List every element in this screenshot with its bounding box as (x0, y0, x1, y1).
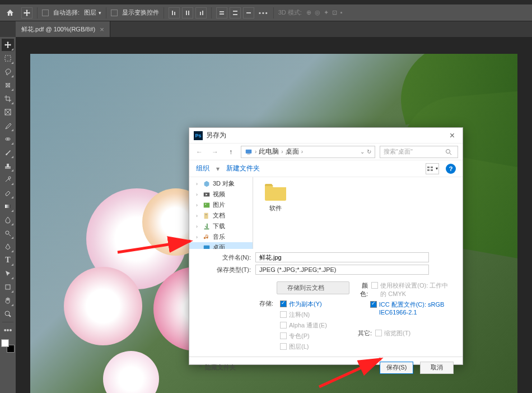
tree-item[interactable]: ›图片 (189, 200, 253, 210)
folder-content[interactable]: 软件 (253, 177, 463, 249)
svg-rect-19 (6, 285, 10, 289)
selection-tool[interactable] (2, 79, 14, 91)
svg-rect-5 (202, 11, 203, 15)
crop-tool[interactable] (2, 93, 14, 105)
tree-item[interactable]: ›文档 (189, 210, 253, 221)
filetype-label: 保存类型(T): (200, 266, 251, 274)
3d-icon: ◎ (315, 9, 320, 16)
close-icon[interactable]: × (446, 131, 458, 141)
layers-label: 图层(L) (289, 343, 309, 351)
breadcrumb[interactable]: › 此电脑 › 桌面 › ⌄ ↻ (241, 146, 375, 158)
svg-rect-8 (233, 11, 237, 12)
up-icon[interactable]: ↑ (225, 146, 236, 158)
distribute-icon[interactable] (216, 7, 227, 19)
shape-tool[interactable] (2, 281, 14, 293)
alpha-label: Alpha 通道(E) (289, 321, 327, 330)
notes-checkbox (280, 311, 287, 318)
search-icon (445, 149, 452, 155)
tree-item[interactable]: 桌面 (189, 242, 253, 249)
tree-item[interactable]: ›下载 (189, 221, 253, 232)
document-tab-title: 鲜花.pdf @ 100%(RGB/8#) (21, 25, 95, 34)
svg-point-30 (205, 204, 206, 205)
hand-tool[interactable] (2, 294, 14, 307)
align-icon[interactable] (195, 7, 207, 19)
foreground-color[interactable] (1, 339, 9, 347)
cancel-button[interactable]: 取消 (420, 362, 454, 374)
frame-tool[interactable] (2, 106, 14, 118)
as-copy-checkbox[interactable] (280, 300, 287, 307)
folder-item[interactable]: 软件 (258, 182, 293, 212)
edit-toolbar-icon[interactable]: ••• (2, 324, 14, 336)
brush-tool[interactable] (2, 146, 14, 159)
folder-icon (264, 182, 287, 202)
breadcrumb-item[interactable]: 此电脑 (259, 147, 279, 156)
organize-button[interactable]: 组织 (196, 164, 209, 173)
stamp-tool[interactable] (2, 160, 14, 172)
new-folder-button[interactable]: 新建文件夹 (226, 164, 260, 173)
save-button[interactable]: 保存(S) (380, 362, 413, 374)
help-icon[interactable]: ? (446, 164, 456, 174)
type-tool[interactable]: T (2, 254, 14, 266)
view-options-button[interactable]: ▾ (426, 163, 439, 174)
svg-rect-31 (204, 212, 208, 219)
pen-tool[interactable] (2, 241, 14, 253)
hide-folders-button[interactable]: ⌃隐藏文件夹 (198, 363, 236, 372)
close-icon[interactable]: × (100, 25, 104, 34)
documents-icon (203, 212, 211, 220)
filename-input[interactable] (255, 252, 429, 262)
search-input[interactable]: 搜索"桌面" (380, 146, 458, 158)
document-tab[interactable]: 鲜花.pdf @ 100%(RGB/8#) × (16, 21, 110, 37)
path-selection-tool[interactable] (2, 267, 14, 280)
svg-point-18 (6, 231, 9, 234)
breadcrumb-item[interactable]: 桌面 (286, 147, 299, 156)
align-icon[interactable] (169, 7, 180, 19)
3d-icon: ⊕ (306, 9, 311, 16)
svg-rect-34 (204, 245, 210, 249)
lasso-tool[interactable] (2, 66, 14, 78)
tree-item[interactable]: ›视频 (189, 189, 253, 200)
back-icon[interactable]: ← (194, 146, 205, 158)
distribute-icon[interactable] (230, 7, 241, 19)
document-tab-bar: 鲜花.pdf @ 100%(RGB/8#) × (0, 21, 532, 37)
forward-icon[interactable]: → (209, 146, 221, 158)
align-icon[interactable] (182, 7, 193, 19)
save-as-dialog: Ps 另存为 × ← → ↑ › 此电脑 › 桌面 › ⌄ ↻ 搜索"桌面" 组… (189, 127, 463, 365)
dialog-navigation: ← → ↑ › 此电脑 › 桌面 › ⌄ ↻ 搜索"桌面" (189, 144, 463, 160)
more-options-icon[interactable]: ••• (259, 10, 269, 16)
dodge-tool[interactable] (2, 227, 14, 239)
history-brush-tool[interactable] (2, 173, 14, 186)
svg-rect-0 (172, 11, 173, 15)
marquee-tool[interactable] (2, 52, 14, 64)
foreground-background-colors[interactable] (1, 339, 15, 353)
tools-panel: T ••• (0, 37, 16, 355)
tree-item[interactable]: ›音乐 (189, 232, 253, 242)
icc-profile-label: ICC 配置文件(C): sRGB IEC61966-2.1 (379, 300, 451, 316)
healing-tool[interactable] (2, 133, 14, 145)
icc-profile-checkbox[interactable] (370, 301, 377, 308)
filetype-select[interactable]: JPEG (*.JPG;*.JPEG;*.JPE) (255, 265, 429, 275)
folder-tree[interactable]: ›3D 对象 ›视频 ›图片 ›文档 ›下载 ›音乐 桌面 (189, 177, 253, 249)
zoom-tool[interactable] (2, 308, 14, 320)
eyedropper-tool[interactable] (2, 119, 14, 132)
cloud-save-button[interactable]: 存储到云文档 (277, 281, 349, 294)
alpha-checkbox (280, 322, 287, 329)
gradient-tool[interactable] (2, 200, 14, 212)
svg-rect-1 (174, 12, 175, 15)
distribute-icon[interactable] (243, 7, 254, 19)
refresh-icon[interactable]: ↻ (367, 149, 371, 155)
auto-select-checkbox[interactable] (42, 10, 49, 16)
show-transform-checkbox[interactable] (111, 10, 118, 16)
move-tool[interactable] (2, 39, 14, 51)
blur-tool[interactable] (2, 214, 14, 226)
filename-label: 文件名(N): (200, 253, 251, 262)
spot-color-checkbox (280, 332, 287, 339)
auto-select-label: 自动选择: (53, 8, 80, 17)
home-icon[interactable] (3, 6, 17, 20)
dialog-save-options: 存储: 存储到云文档 作为副本(Y) 注释(N) Alpha 通道(E) 专色(… (189, 278, 463, 357)
chevron-down-icon[interactable]: ⌄ (360, 149, 365, 155)
menubar[interactable] (0, 0, 532, 4)
auto-select-dropdown[interactable]: 图层 ▾ (84, 8, 101, 17)
dialog-titlebar[interactable]: Ps 另存为 × (189, 128, 463, 144)
tree-item[interactable]: ›3D 对象 (189, 178, 253, 189)
eraser-tool[interactable] (2, 187, 14, 199)
